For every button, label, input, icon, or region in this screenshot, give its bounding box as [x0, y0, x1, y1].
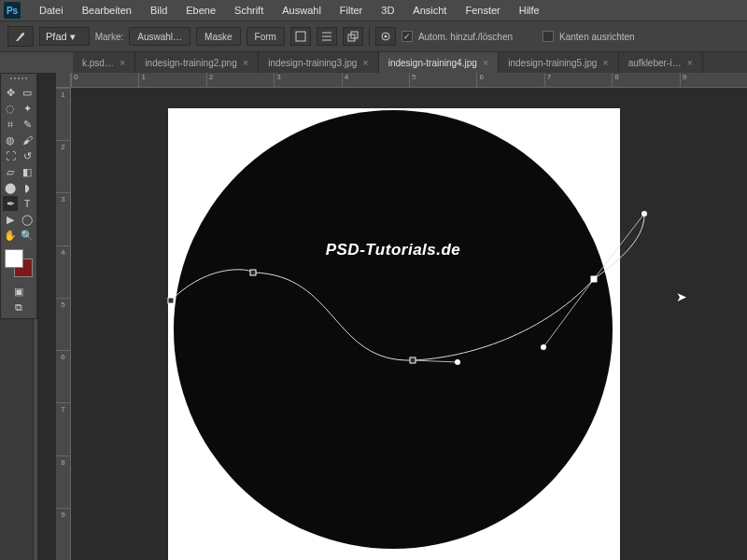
menu-hilfe[interactable]: Hilfe	[510, 5, 549, 16]
arrange-icon[interactable]	[343, 27, 363, 46]
brush-tool-icon[interactable]: 🖌	[20, 133, 35, 147]
align-icon[interactable]	[317, 27, 337, 46]
type-tool-icon[interactable]: T	[20, 196, 35, 211]
shape-tool-icon[interactable]: ◯	[20, 212, 35, 227]
move-tool-icon[interactable]: ✥	[3, 85, 18, 100]
foreground-color-swatch[interactable]	[5, 249, 23, 268]
svg-point-5	[384, 35, 387, 38]
ruler-vertical[interactable]: 123456789	[56, 88, 71, 560]
lasso-tool-icon[interactable]: ◌	[3, 101, 18, 116]
menu-auswahl[interactable]: Auswahl	[273, 5, 331, 16]
tool-preset-icon[interactable]	[7, 26, 34, 47]
document[interactable]: PSD-Tutorials.de	[168, 108, 620, 560]
color-swatches[interactable]	[5, 249, 33, 277]
auto-add-label: Autom. hinzuf./löschen	[418, 32, 513, 42]
menu-bild[interactable]: Bild	[141, 5, 176, 16]
hand-tool-icon[interactable]: ✋	[3, 228, 18, 243]
cursor-icon: ➤	[676, 289, 687, 304]
circle-shape: PSD-Tutorials.de	[174, 110, 613, 549]
gear-icon[interactable]	[375, 27, 396, 46]
close-icon[interactable]: ×	[243, 57, 248, 68]
selection-button[interactable]: Auswahl…	[129, 27, 190, 46]
tab[interactable]: indesign-training5.jpg×	[499, 52, 619, 73]
rubber-label: Kanten ausrichten	[559, 32, 635, 42]
path-mode-select[interactable]: Pfad ▾	[39, 27, 90, 46]
options-bar: Pfad ▾ Marke: Auswahl… Maske Form Autom.…	[0, 21, 747, 52]
tab[interactable]: k.psd…×	[73, 52, 135, 73]
close-icon[interactable]: ×	[483, 57, 488, 68]
crop-tool-icon[interactable]: ⌗	[3, 117, 18, 132]
path-select-tool-icon[interactable]: ▶	[3, 212, 18, 227]
close-icon[interactable]: ×	[602, 57, 608, 68]
tab[interactable]: indesign-training3.jpg×	[259, 52, 379, 73]
menu-ansicht[interactable]: Ansicht	[403, 5, 456, 16]
close-icon[interactable]: ×	[362, 57, 368, 68]
menu-bearbeiten[interactable]: Bearbeiten	[73, 5, 141, 16]
rubber-checkbox[interactable]	[543, 31, 554, 42]
canvas[interactable]: PSD-Tutorials.de	[71, 88, 747, 560]
menu-schrift[interactable]: Schrift	[225, 5, 273, 16]
history-brush-icon[interactable]: ↺	[20, 148, 35, 163]
panel-grip[interactable]	[6, 77, 32, 82]
close-icon[interactable]: ×	[120, 57, 125, 68]
menu-bar: Ps DateiBearbeitenBildEbeneSchriftAuswah…	[0, 0, 747, 21]
mask-button[interactable]: Maske	[196, 27, 240, 46]
close-icon[interactable]: ×	[686, 57, 692, 68]
wand-tool-icon[interactable]: ✦	[20, 101, 35, 116]
stamp-tool-icon[interactable]: ⛶	[3, 148, 18, 163]
menu-ebene[interactable]: Ebene	[176, 5, 225, 16]
eyedropper-tool-icon[interactable]: ✎	[20, 117, 35, 132]
ruler-horizontal[interactable]: 0123456789	[71, 73, 747, 88]
menu-filter[interactable]: Filter	[331, 5, 372, 16]
auto-add-checkbox[interactable]	[402, 31, 413, 42]
app-logo: Ps	[4, 2, 21, 19]
make-label: Marke:	[95, 32, 124, 42]
heal-tool-icon[interactable]: ◍	[3, 133, 18, 147]
tab[interactable]: indesign-training4.jpg×	[379, 52, 500, 73]
svg-point-13	[641, 211, 647, 217]
document-tab-bar: k.psd…×indesign-training2.png×indesign-t…	[73, 52, 747, 73]
menu-datei[interactable]: Datei	[30, 5, 73, 16]
eraser-tool-icon[interactable]: ▱	[3, 164, 18, 179]
screenmode-icon[interactable]: ⧉	[11, 300, 26, 315]
quickmask-icon[interactable]: ▣	[11, 284, 26, 299]
blur-tool-icon[interactable]: ⬤	[3, 180, 18, 195]
watermark-text: PSD-Tutorials.de	[174, 241, 613, 259]
svg-rect-1	[296, 32, 305, 41]
dodge-tool-icon[interactable]: ◗	[20, 180, 35, 195]
path-op-icon[interactable]	[290, 27, 311, 46]
ruler-origin[interactable]	[56, 73, 71, 88]
tools-panel: ✥ ▭ ◌ ✦ ⌗ ✎ ◍ 🖌 ⛶ ↺ ▱ ◧ ⬤ ◗ ✒ T	[0, 73, 37, 319]
zoom-tool-icon[interactable]: 🔍	[20, 228, 35, 243]
menu-3d[interactable]: 3D	[372, 5, 403, 16]
menu-fenster[interactable]: Fenster	[456, 5, 509, 16]
tab[interactable]: aufkleber-i…×	[619, 52, 703, 73]
gradient-tool-icon[interactable]: ◧	[20, 164, 35, 179]
tab[interactable]: indesign-training2.png×	[135, 52, 259, 73]
svg-point-0	[22, 33, 24, 35]
pen-tool-icon[interactable]: ✒	[3, 196, 18, 211]
selection-tool-icon[interactable]: ▭	[20, 85, 35, 100]
shape-button[interactable]: Form	[247, 27, 285, 46]
